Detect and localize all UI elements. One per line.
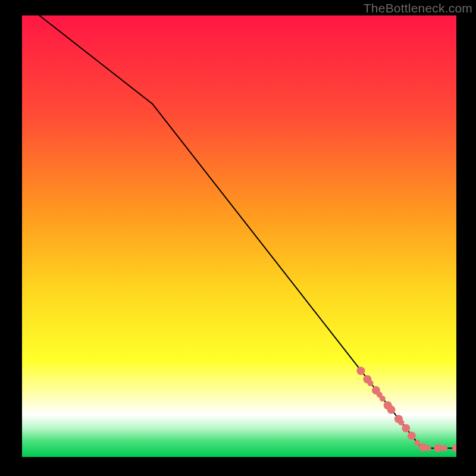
sample-point: [402, 424, 410, 433]
gradient-line-chart: [22, 15, 456, 457]
sample-point: [425, 445, 431, 451]
sample-point: [387, 406, 396, 414]
sample-point: [367, 380, 373, 386]
sample-point: [441, 445, 447, 451]
sample-point: [434, 444, 442, 452]
plot-area: [22, 15, 456, 457]
sample-point: [414, 440, 420, 446]
sample-point: [356, 367, 365, 375]
sample-point: [380, 396, 386, 402]
sample-point: [408, 431, 416, 440]
sample-point: [398, 419, 404, 425]
gradient-background: [22, 15, 456, 457]
chart-frame: TheBottleneck.com: [0, 0, 476, 476]
watermark-label: TheBottleneck.com: [364, 1, 472, 15]
